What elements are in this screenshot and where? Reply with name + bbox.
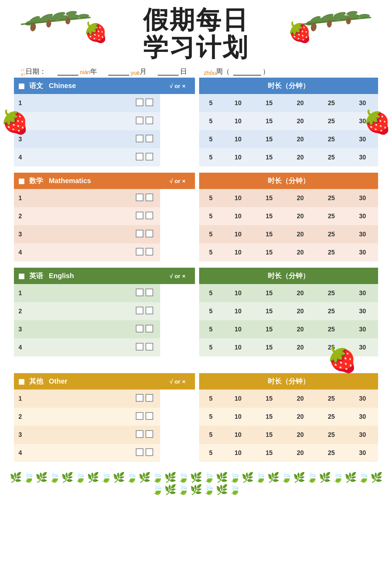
checkbox-e2b[interactable] [146,307,153,314]
dur-val[interactable]: 20 [285,148,316,166]
checkbox-o4a[interactable] [136,448,143,456]
dur-val[interactable]: 10 [222,112,253,130]
dur-val[interactable]: 5 [199,408,222,426]
dur-val[interactable]: 10 [222,284,253,302]
year-blank[interactable] [57,75,78,76]
checkbox-m1b[interactable] [146,194,153,201]
dur-val[interactable]: 30 [347,390,378,408]
checkbox-o4b[interactable] [146,448,153,456]
row-content[interactable] [26,112,129,130]
dur-val[interactable]: 15 [253,284,284,302]
checkbox-e1b[interactable] [146,289,153,296]
dur-val[interactable]: 20 [285,225,316,243]
row-content[interactable] [26,390,129,408]
dur-val[interactable]: 10 [222,148,253,166]
dur-val[interactable]: 15 [253,408,284,426]
dur-val[interactable]: 25 [316,320,347,338]
dur-val[interactable]: 5 [199,444,222,462]
checkbox-o1a[interactable] [136,394,143,402]
dur-val[interactable]: 30 [347,302,378,320]
dur-val[interactable]: 10 [222,390,253,408]
dur-val[interactable]: 20 [285,243,316,261]
checkbox-m1a[interactable] [136,194,143,201]
checkbox-m4a[interactable] [136,248,143,256]
dur-val[interactable]: 10 [222,130,253,148]
dur-val[interactable]: 15 [253,320,284,338]
day-blank[interactable] [158,75,179,76]
dur-val[interactable]: 10 [222,320,253,338]
checkbox-o2b[interactable] [146,412,153,420]
dur-val[interactable]: 20 [285,444,316,462]
dur-val[interactable]: 10 [222,225,253,243]
row-content[interactable] [26,302,129,320]
dur-val[interactable]: 20 [285,320,316,338]
row-content[interactable] [26,338,129,356]
checkbox-e2a[interactable] [136,307,143,314]
dur-val[interactable]: 10 [222,444,253,462]
dur-val[interactable]: 25 [316,207,347,225]
dur-val[interactable]: 25 [316,243,347,261]
row-content[interactable] [26,130,129,148]
dur-val[interactable]: 20 [285,189,316,207]
checkbox-o2a[interactable] [136,412,143,420]
dur-val[interactable]: 20 [285,112,316,130]
checkbox-e4a[interactable] [136,343,143,351]
dur-val[interactable]: 15 [253,243,284,261]
dur-val[interactable]: 20 [285,426,316,444]
dur-val[interactable]: 15 [253,302,284,320]
dur-val[interactable]: 5 [199,189,222,207]
dur-val[interactable]: 25 [316,148,347,166]
dur-val[interactable]: 25 [316,444,347,462]
dur-val[interactable]: 30 [347,189,378,207]
row-content[interactable] [26,408,129,426]
checkbox-e4b[interactable] [146,343,153,351]
dur-val[interactable]: 25 [316,302,347,320]
row-content[interactable] [26,94,129,112]
dur-val[interactable]: 25 [316,225,347,243]
checkbox-4a[interactable] [136,153,143,160]
checkbox-m2b[interactable] [146,212,153,219]
dur-val[interactable]: 20 [285,284,316,302]
dur-val[interactable]: 25 [316,284,347,302]
dur-val[interactable]: 15 [253,444,284,462]
row-content[interactable] [26,284,129,302]
dur-val[interactable]: 15 [253,225,284,243]
dur-val[interactable]: 5 [199,207,222,225]
dur-val[interactable]: 5 [199,284,222,302]
checkbox-m2a[interactable] [136,212,143,219]
dur-val[interactable]: 10 [222,426,253,444]
dur-val[interactable]: 5 [199,320,222,338]
row-content[interactable] [26,426,129,444]
dur-val[interactable]: 30 [347,320,378,338]
row-content[interactable] [26,148,129,166]
checkbox-e1a[interactable] [136,289,143,296]
row-content[interactable] [26,320,129,338]
checkbox-3a[interactable] [136,135,143,142]
checkbox-2a[interactable] [136,117,143,124]
dur-val[interactable]: 25 [316,130,347,148]
dur-val[interactable]: 20 [285,207,316,225]
dur-val[interactable]: 25 [316,112,347,130]
dur-val[interactable]: 5 [199,112,222,130]
checkbox-o3b[interactable] [146,430,153,438]
checkbox-m4b[interactable] [146,248,153,256]
dur-val[interactable]: 30 [347,426,378,444]
dur-val[interactable]: 20 [285,94,316,112]
checkbox-3b[interactable] [146,135,153,142]
dur-val[interactable]: 15 [253,207,284,225]
dur-val[interactable]: 5 [199,130,222,148]
checkbox-m3b[interactable] [146,230,153,237]
dur-val[interactable]: 25 [316,408,347,426]
dur-val[interactable]: 10 [222,408,253,426]
dur-val[interactable]: 25 [316,189,347,207]
checkbox-1b[interactable] [146,99,153,106]
dur-val[interactable]: 15 [253,189,284,207]
dur-val[interactable]: 5 [199,338,222,356]
dur-val[interactable]: 15 [253,112,284,130]
dur-val[interactable]: 5 [199,390,222,408]
dur-val[interactable]: 15 [253,338,284,356]
dur-val[interactable]: 30 [347,284,378,302]
dur-val[interactable]: 15 [253,426,284,444]
dur-val[interactable]: 10 [222,338,253,356]
dur-val[interactable]: 10 [222,94,253,112]
